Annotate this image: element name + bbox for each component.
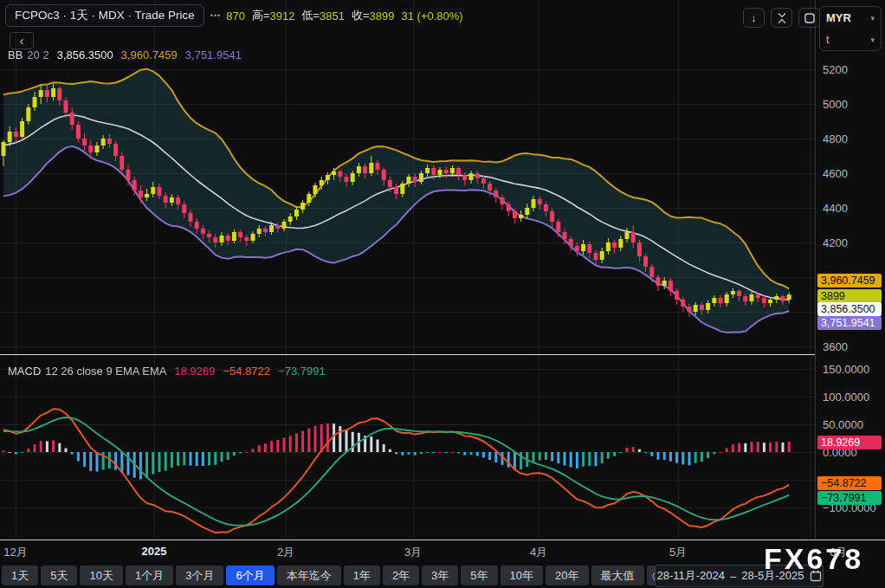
macd-signal-value: −73.7991	[278, 365, 326, 378]
more-options-icon[interactable]: •••	[210, 11, 221, 20]
axis-settings-box: MYR ▾ t ▾	[819, 6, 882, 51]
price-tick: 5200	[823, 63, 848, 76]
ohlc-legend: 870 高= 3912 低= 3851 收= 3899 31 (+0.80%)	[226, 8, 462, 23]
pane-buttons: ↓	[743, 8, 820, 28]
bb-upper-badge: 3,960.7459	[817, 274, 882, 288]
ohlc-close-label: 收=	[352, 8, 370, 23]
symbol-tab[interactable]: FCPOc3 · 1天 · MDX · Trade Price	[5, 4, 204, 27]
bb-lower-value: 3,751.9541	[185, 48, 242, 61]
date-range-separator: –	[730, 570, 736, 583]
bb-indicator-legend: BB 20 2 3,856.3500 3,960.7459 3,751.9541	[8, 48, 242, 61]
range-button-10天[interactable]: 10天	[80, 565, 122, 585]
price-chart-canvas[interactable]	[0, 0, 815, 540]
currency-dropdown[interactable]: MYR ▾	[820, 7, 881, 29]
date-range-from: 28-11月-2024	[656, 568, 725, 584]
unit-label: t	[826, 33, 830, 46]
pane-separator[interactable]	[0, 354, 885, 355]
time-axis-label: 4月	[530, 545, 547, 560]
bb-basis-badge: 3,856.3500	[817, 302, 882, 316]
chevron-down-icon: ▾	[870, 14, 875, 23]
price-tick: 5000	[823, 98, 848, 111]
ohlc-low-value: 3851	[320, 10, 345, 23]
date-range-to: 28-5月-2025	[741, 568, 804, 584]
ohlc-high-label: 高=	[252, 8, 270, 23]
price-tick: 4800	[823, 132, 848, 145]
ohlc-change-value: 31 (+0.80%)	[402, 10, 463, 23]
macd-tick: 100.0000	[823, 391, 869, 404]
back-button[interactable]: ‹	[10, 32, 34, 49]
scroll-down-button[interactable]: ↓	[743, 8, 765, 28]
price-axis[interactable]: MYR ▾ t ▾ 520050004800460044004200360015…	[816, 0, 885, 540]
time-axis-label: 2025	[142, 545, 167, 558]
macd-signal-badge: −73.7991	[817, 491, 882, 505]
range-button-1年[interactable]: 1年	[344, 565, 380, 585]
arrow-down-icon: ↓	[751, 11, 757, 24]
range-button-5天[interactable]: 5天	[41, 565, 77, 585]
range-button-6个月[interactable]: 6个月	[226, 565, 274, 585]
ohlc-open-partial: 870	[226, 10, 245, 23]
unit-dropdown[interactable]: t ▾	[820, 29, 881, 50]
ohlc-close-value: 3899	[370, 10, 395, 23]
currency-label: MYR	[826, 11, 851, 24]
range-button-5年[interactable]: 5年	[461, 565, 497, 585]
range-buttons: 1天5天10天1个月3个月6个月本年迄今1年2年3年5年10年20年最大值◎	[2, 565, 668, 585]
bb-basis-value: 3,856.3500	[57, 48, 113, 61]
bb-upper-value: 3,960.7459	[121, 48, 178, 61]
chevron-down-icon: ▾	[870, 36, 875, 44]
ohlc-low-label: 低=	[301, 8, 320, 23]
bb-lower-badge: 3,751.9541	[817, 316, 882, 330]
price-tick: 4400	[823, 202, 848, 215]
chart-area: FCPOc3 · 1天 · MDX · Trade Price ••• 870 …	[0, 0, 815, 540]
calendar-icon	[810, 570, 822, 582]
macd-tick: 50.0000	[823, 418, 863, 431]
price-tick: 4600	[823, 167, 848, 180]
price-tick: 3600	[823, 340, 848, 353]
range-button-2年[interactable]: 2年	[383, 565, 419, 585]
time-axis-label: 3月	[404, 545, 422, 560]
range-button-20年[interactable]: 20年	[546, 565, 588, 585]
maximize-pane-button[interactable]	[798, 8, 820, 28]
main-legend: FCPOc3 · 1天 · MDX · Trade Price ••• 870 …	[5, 4, 463, 27]
time-axis-label: 6月	[830, 545, 847, 560]
chart-window: FCPOc3 · 1天 · MDX · Trade Price ••• 870 …	[0, 0, 885, 588]
collapse-pane-button[interactable]	[771, 8, 792, 28]
range-button-3年[interactable]: 3年	[422, 565, 458, 585]
macd-title: MACD	[8, 365, 41, 378]
price-tick: 4200	[823, 236, 848, 249]
range-button-最大值[interactable]: 最大值	[591, 565, 644, 585]
collapse-icon	[776, 11, 788, 25]
ohlc-high-value: 3912	[270, 10, 295, 23]
range-button-3个月[interactable]: 3个月	[176, 565, 223, 585]
time-axis-label: 5月	[669, 545, 687, 560]
bb-params: 20 2	[27, 48, 48, 61]
macd-line-badge: −54.8722	[817, 476, 882, 490]
range-button-1天[interactable]: 1天	[2, 565, 38, 585]
time-axis[interactable]: 12月20252月3月4月5月6月	[0, 540, 885, 563]
macd-indicator-legend: MACD 12 26 close 9 EMA EMA 18.9269 −54.8…	[8, 365, 326, 378]
macd-hist-badge: 18.9269	[817, 436, 882, 449]
maximize-icon	[804, 12, 816, 24]
time-axis-label: 12月	[3, 545, 27, 560]
macd-tick: 150.0000	[823, 363, 869, 376]
range-button-10年[interactable]: 10年	[501, 565, 543, 585]
last-price-badge: 3899	[817, 289, 882, 303]
range-button-1个月[interactable]: 1个月	[126, 565, 173, 585]
chevron-left-icon: ‹	[20, 34, 24, 48]
macd-params: 12 26 close 9 EMA EMA	[45, 365, 166, 378]
macd-hist-value: 18.9269	[174, 365, 215, 378]
time-axis-label: 2月	[277, 545, 294, 560]
date-range-selector[interactable]: 28-11月-2024 – 28-5月-2025	[655, 565, 824, 587]
bottom-toolbar: 1天5天10天1个月3个月6个月本年迄今1年2年3年5年10年20年最大值◎ 2…	[0, 563, 885, 588]
macd-line-value: −54.8722	[223, 365, 270, 378]
symbol-tab-label: FCPOc3 · 1天 · MDX · Trade Price	[15, 8, 195, 23]
bb-title: BB	[8, 48, 23, 61]
range-button-本年迄今[interactable]: 本年迄今	[277, 565, 341, 585]
